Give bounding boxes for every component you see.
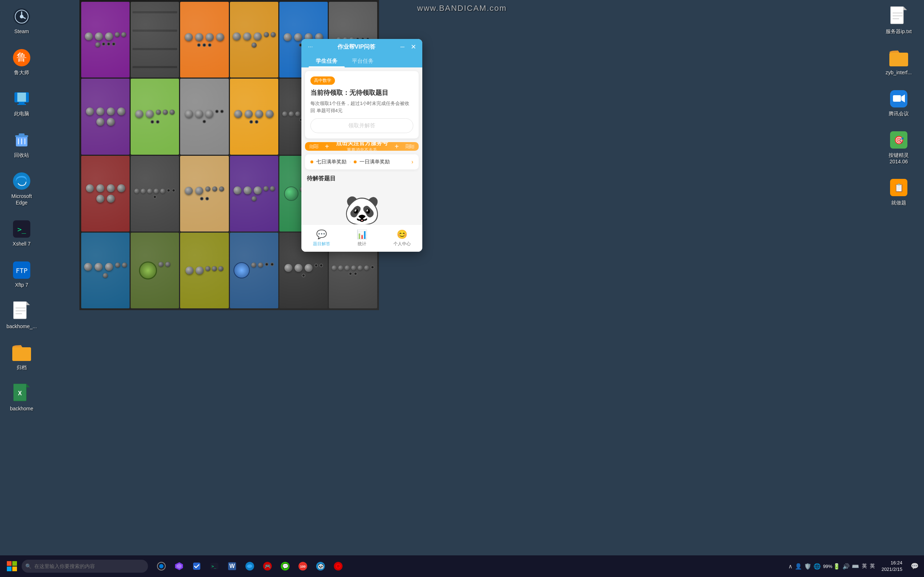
promo-plus-left: + [321,142,333,151]
task-title: 当前待领取：无待领取题目 [310,89,413,97]
computer-icon [12,89,32,108]
taskbar-record[interactable] [330,558,346,574]
task-claim-btn[interactable]: 领取并解答 [310,118,413,133]
icon-computer[interactable]: 此电脑 [3,86,40,120]
synth-mod-16 [230,156,278,232]
server-ip-label: 服务器ip.txt [886,28,912,35]
zyb-interface-label: zyb_interf... [886,69,912,76]
tray-up-icon[interactable]: ∧ [788,563,793,570]
taskbar-todo[interactable] [189,558,205,574]
tray-keyboard-icon: ⌨️ [852,563,859,570]
lang-label: 英 [862,563,867,569]
nav-questions[interactable]: 💬 题目解答 [301,227,342,249]
svg-rect-44 [7,561,11,566]
notification-btn[interactable]: 💬 [909,561,921,572]
taskbar-clock[interactable]: 16:24 2021/2/15 [878,560,906,573]
svg-marker-29 [26,384,30,387]
svg-text:>_: >_ [17,225,26,234]
svg-text:💬: 💬 [282,563,289,569]
icon-archives[interactable]: 归档 [3,340,40,374]
tray-shield-icon: 🛡️ [804,563,811,570]
svg-text:>_: >_ [212,564,216,569]
anjianling-icon: 🎯 [889,130,909,150]
task-badge: 高中数学 [310,76,335,85]
icon-edge[interactable]: Microsoft Edge [3,168,40,209]
taskbar-edge-tb[interactable] [242,558,258,574]
icon-ludashu[interactable]: 鲁 鲁大师 [3,45,40,79]
desktop: www.BANDICAM.com [0,0,924,577]
icon-backhome[interactable]: X backhome [3,381,40,415]
menu-btn[interactable]: ··· [307,44,314,50]
icon-anjianling[interactable]: 🎯 按键精灵 2014.06 [881,127,917,168]
icon-steam[interactable]: Steam [3,3,40,37]
bottom-nav: 💬 题目解答 📊 统计 😊 个人中心 [301,224,422,252]
recycle-icon [12,130,32,150]
taskbar-word[interactable]: W [224,558,240,574]
profile-label: 个人中心 [393,241,411,247]
icon-tencent-meeting[interactable]: 腾讯会议 [881,86,917,120]
synth-mod-1 [81,2,129,77]
tab-platform[interactable]: 平台任务 [345,55,381,68]
taskbar-start-btn[interactable] [3,558,20,574]
jiuzhuo-label: 就做题 [891,200,906,206]
synth-mod-21 [180,233,228,308]
taskbar-apps: >_ W 🎮 [153,558,346,574]
icon-recycle[interactable]: 回收站 [3,127,40,161]
taskbar-wechat[interactable]: 💬 [277,558,293,574]
taskbar-search-input[interactable] [22,560,148,573]
svg-rect-46 [7,567,11,571]
archives-label: 归档 [16,364,27,371]
synth-mod-10 [230,79,278,154]
svg-rect-38 [893,95,901,102]
synth-mod-3 [180,2,228,77]
taskbar-cortana[interactable] [153,558,169,574]
window-titlebar: ··· 作业帮VIP问答 ─ ✕ [301,39,422,55]
ludashu-label: 鲁大师 [14,69,29,76]
svg-marker-21 [26,301,30,305]
taskbar-100[interactable]: 100 [295,558,311,574]
icon-xftp[interactable]: FTP Xftp 7 [3,257,40,291]
icon-server-ip[interactable]: 服务器ip.txt [881,3,917,37]
icon-xshell[interactable]: >_ Xshell 7 [3,216,40,250]
synth-mod-14 [131,156,179,232]
task-card: 高中数学 当前待领取：无待领取题目 每次领取1个任务，超过1小时未完成任务会被收… [305,71,419,139]
taskbar-terminal[interactable]: >_ [207,558,222,574]
xshell-label: Xshell 7 [13,240,31,247]
taskbar-right: ∧ 👤 🛡️ 🌐 99% 🔋 🔊 ⌨️ 英 英 16:24 [788,560,921,573]
taskbar-game[interactable]: 🎮 [260,558,275,574]
close-btn[interactable]: ✕ [410,43,417,51]
icon-jiuzhuo[interactable]: 📋 就做题 [881,175,917,209]
svg-point-15 [13,172,30,190]
taskbar-study[interactable]: 🐼 [313,558,328,574]
recycle-label: 回收站 [14,152,29,158]
tab-student[interactable]: 学生任务 [309,55,345,68]
synth-mod-7 [81,79,129,154]
stats-icon: 📊 [357,229,367,239]
synth-mod-4 [230,2,278,77]
icon-zyb-interface[interactable]: zyb_interf... [881,45,917,79]
tray-speaker-icon[interactable]: 🔊 [842,563,850,570]
icon-backhome-file[interactable]: backhome_... [3,298,40,332]
minimize-btn[interactable]: ─ [399,44,406,50]
questions-label: 题目解答 [313,241,330,247]
promo-plus-right: + [391,142,402,151]
svg-marker-32 [903,6,907,10]
svg-rect-47 [12,567,17,571]
reward-row[interactable]: 七日满单奖励 · 一日满单奖励 › [305,154,419,169]
taskbar-visual-studio[interactable] [171,558,187,574]
svg-point-49 [159,564,163,568]
promotion-banner[interactable]: ≋ + 点击关注官方服务号 重要消息不走丢 + ≋ [305,142,419,151]
battery-percent: 99% [823,564,832,569]
ludashu-icon: 鲁 [12,48,32,68]
taskbar-search-icon: 🔍 [25,563,31,569]
taskbar-lang[interactable]: 英 英 [862,563,875,569]
backhome-label: backhome [10,405,34,412]
zyb-interface-icon [889,48,909,68]
backhome-file-icon [12,301,32,321]
steam-icon [12,6,32,26]
nav-profile[interactable]: 😊 个人中心 [382,227,422,249]
computer-label: 此电脑 [14,110,29,117]
taskbar: 🔍 [0,555,924,577]
window-controls-right: ─ ✕ [399,43,417,51]
nav-stats[interactable]: 📊 统计 [342,227,382,249]
